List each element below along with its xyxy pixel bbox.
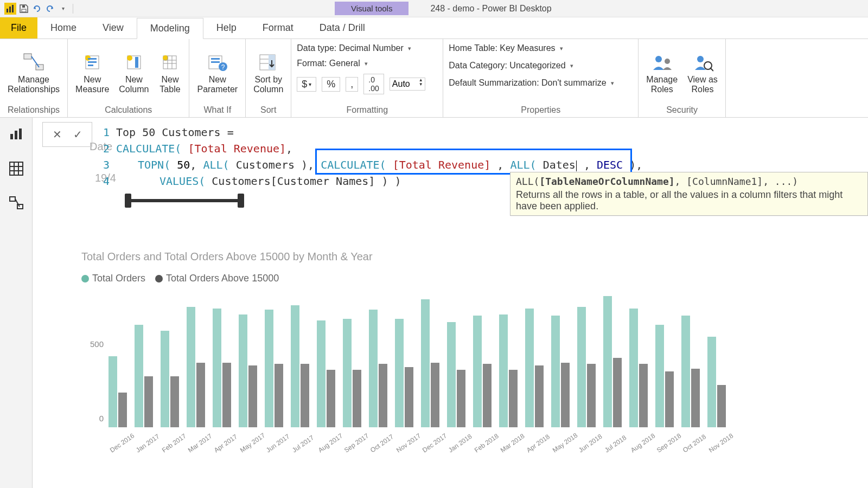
- svg-rect-14: [135, 57, 138, 68]
- group-label-sort: Sort: [250, 104, 286, 116]
- bar-series-1: [187, 307, 195, 427]
- y-tick: 500: [90, 339, 104, 348]
- home-table-dropdown[interactable]: Home Table: Key Measures: [448, 41, 564, 55]
- slider-handle-end[interactable]: [238, 194, 244, 208]
- bar-series-2: [561, 363, 570, 427]
- comma-format-button[interactable]: ,: [346, 77, 358, 92]
- group-label-properties: Properties: [448, 104, 634, 116]
- formula-text: Customers[Customer Names]: [212, 175, 375, 188]
- bar-series-2: [301, 364, 309, 427]
- svg-rect-38: [10, 162, 23, 175]
- tab-format[interactable]: Format: [250, 17, 307, 38]
- new-parameter-button[interactable]: ? New Parameter: [194, 49, 241, 96]
- bar-series-1: [473, 316, 482, 427]
- bar-series-2: [118, 393, 127, 427]
- commit-formula-button[interactable]: ✓: [70, 127, 85, 142]
- formula-text: VALUES(: [159, 175, 212, 188]
- redo-icon[interactable]: [44, 3, 55, 14]
- undo-icon[interactable]: [31, 3, 42, 14]
- new-table-button[interactable]: New Table: [155, 49, 184, 96]
- data-category-dropdown[interactable]: Data Category: Uncategorized: [448, 59, 574, 73]
- bar-series-2: [379, 364, 387, 427]
- tab-help[interactable]: Help: [203, 17, 250, 38]
- report-view-button[interactable]: [7, 124, 26, 144]
- slider-handle-start[interactable]: [125, 194, 131, 208]
- tab-data-drill[interactable]: Data / Drill: [307, 17, 378, 38]
- formula-text: ),: [623, 158, 642, 171]
- bar-series-2: [457, 370, 465, 427]
- bar-group: [499, 314, 518, 427]
- cancel-formula-button[interactable]: ✕: [49, 127, 65, 142]
- tab-view[interactable]: View: [90, 17, 137, 38]
- manage-roles-label: Manage Roles: [646, 75, 678, 94]
- bar-series-1: [317, 320, 326, 427]
- svg-point-30: [655, 56, 662, 62]
- svg-point-31: [665, 59, 670, 64]
- group-label-whatif: What If: [194, 104, 241, 116]
- window-title: 248 - demo - Power BI Desktop: [430, 4, 551, 14]
- formula-text: CALCULATE(: [321, 158, 392, 171]
- percent-format-button[interactable]: %: [322, 77, 340, 92]
- x-tick-label: Oct 2018: [681, 437, 701, 454]
- save-icon[interactable]: [18, 3, 29, 14]
- bar-series-1: [577, 307, 586, 427]
- x-tick-label: Oct 2017: [369, 437, 388, 454]
- x-tick-label: Aug 2018: [629, 437, 649, 454]
- new-measure-button[interactable]: New Measure: [72, 49, 112, 96]
- data-view-button[interactable]: [7, 159, 26, 178]
- format-dropdown[interactable]: Format: General: [296, 56, 368, 70]
- new-measure-label: New Measure: [75, 75, 109, 94]
- bar-series-1: [603, 296, 612, 427]
- x-axis-labels: Dec 2016Jan 2017Feb 2017Mar 2017Apr 2017…: [108, 448, 852, 455]
- bar-series-1: [108, 356, 117, 427]
- new-column-button[interactable]: New Column: [116, 49, 152, 96]
- bar-group: [629, 309, 648, 427]
- bar-group: [239, 314, 257, 427]
- formula-text: Customers: [236, 158, 295, 171]
- formula-text: ALL(: [203, 158, 235, 171]
- svg-rect-43: [10, 197, 15, 201]
- formula-text: ,: [577, 158, 597, 171]
- bar-series-1: [551, 316, 560, 427]
- bar-series-2: [353, 370, 361, 427]
- formula-text: Dates: [543, 158, 576, 171]
- date-slider-track[interactable]: [125, 199, 244, 202]
- text-cursor: [576, 160, 577, 171]
- bar-series-1: [369, 310, 378, 427]
- svg-rect-9: [88, 58, 97, 60]
- svg-rect-22: [211, 58, 220, 60]
- spin-down-icon[interactable]: ▼: [417, 82, 425, 87]
- bar-series-1: [447, 322, 456, 427]
- decimal-places-spinner[interactable]: ▲▼: [390, 78, 425, 91]
- manage-relationships-button[interactable]: Manage Relationships: [4, 49, 63, 96]
- decimal-places-input[interactable]: [390, 78, 417, 90]
- report-canvas[interactable]: Date 19/4 ✕ ✓ 1Top 50 Customers = 2CALCU…: [33, 118, 868, 488]
- view-as-roles-label: View as Roles: [687, 75, 718, 94]
- decimal-format-button[interactable]: .0.00: [363, 74, 384, 94]
- model-view-button[interactable]: [7, 194, 26, 213]
- new-parameter-label: New Parameter: [197, 75, 238, 94]
- ribbon: Manage Relationships Relationships New M…: [0, 39, 868, 118]
- svg-rect-10: [88, 61, 97, 63]
- bar-series-2: [483, 364, 492, 427]
- svg-rect-0: [7, 9, 8, 12]
- manage-roles-button[interactable]: Manage Roles: [643, 49, 681, 96]
- bar-series-2: [327, 370, 335, 427]
- svg-rect-1: [9, 7, 11, 12]
- x-tick-label: Sep 2018: [655, 437, 675, 454]
- tab-file[interactable]: File: [0, 17, 37, 38]
- qat-customize-icon[interactable]: ▾: [58, 3, 68, 14]
- chart-visual[interactable]: Total Orders and Total Orders Above 1500…: [81, 251, 852, 444]
- view-as-roles-button[interactable]: View as Roles: [684, 49, 721, 96]
- x-tick-label: Apr 2018: [525, 437, 545, 454]
- default-summarization-dropdown[interactable]: Default Summarization: Don't summarize: [448, 76, 615, 90]
- tab-home[interactable]: Home: [37, 17, 90, 38]
- tab-modeling[interactable]: Modeling: [137, 18, 203, 39]
- group-label-relationships: Relationships: [4, 104, 63, 116]
- bar-series-1: [629, 309, 638, 427]
- currency-format-button[interactable]: $ ▾: [297, 77, 316, 92]
- data-type-dropdown[interactable]: Data type: Decimal Number: [296, 41, 412, 55]
- sort-by-column-button[interactable]: Sort by Column: [250, 49, 286, 96]
- bar-series-2: [222, 363, 231, 427]
- x-tick-label: Aug 2017: [317, 437, 336, 454]
